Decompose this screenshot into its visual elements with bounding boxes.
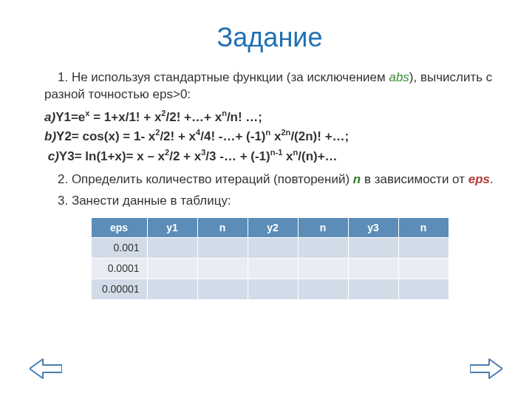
cell-n2 xyxy=(298,259,348,279)
cell-y2 xyxy=(248,279,298,300)
next-button[interactable] xyxy=(470,358,502,380)
cell-y1 xyxy=(147,259,197,279)
cell-eps: 0.00001 xyxy=(91,279,147,300)
th-eps: eps xyxy=(91,217,147,238)
formula-c: c)Y3= ln(1+x)= x – x2/2 + x3/3 -… + (-1)… xyxy=(44,147,495,166)
formula-a-body: Y1=ex = 1+x/1! + x2/2! +…+ xn/n! …; xyxy=(55,110,262,124)
cell-n3 xyxy=(398,259,449,279)
cell-eps: 0.0001 xyxy=(91,259,147,279)
arrow-right-icon xyxy=(470,358,502,380)
arrow-left-icon xyxy=(30,358,62,380)
th-y1: y1 xyxy=(147,217,197,238)
cell-n1 xyxy=(197,259,248,279)
cell-y2 xyxy=(248,259,298,279)
formula-a: a)Y1=ex = 1+x/1! + x2/2! +…+ xn/n! …; xyxy=(44,108,495,126)
table-body: 0.0010.00010.00001 xyxy=(91,238,449,300)
table-row: 0.00001 xyxy=(91,279,449,300)
abs-token: abs xyxy=(389,70,409,84)
th-y2: y2 xyxy=(248,217,298,238)
cell-y3 xyxy=(348,259,398,279)
cell-y3 xyxy=(348,279,398,300)
task2-b: в зависимости от xyxy=(361,172,468,186)
th-y3: y3 xyxy=(348,217,398,238)
formula-b-body: Y2= cos(x) = 1- x2/2! + x4/4! -…+ (-1)n … xyxy=(56,129,349,143)
data-table: eps y1 n y2 n y3 n 0.0010.00010.00001 xyxy=(91,217,449,301)
cell-y1 xyxy=(147,279,197,300)
eps-token: eps xyxy=(468,172,490,186)
task1-text: 1. Не используя стандартные функции (за … xyxy=(44,69,495,103)
cell-y2 xyxy=(248,238,298,259)
table-row: 0.001 xyxy=(91,238,449,259)
th-n3: n xyxy=(398,217,449,238)
prev-button[interactable] xyxy=(30,358,62,380)
slide: Задание 1. Не используя стандартные функ… xyxy=(0,0,532,399)
cell-n2 xyxy=(298,279,348,300)
cell-n3 xyxy=(398,238,449,259)
cell-n1 xyxy=(197,238,248,259)
task2-a: 2. Определить количество итераций (повто… xyxy=(58,172,353,186)
th-n1: n xyxy=(197,217,248,238)
cell-n3 xyxy=(398,279,449,300)
cell-n1 xyxy=(197,279,248,300)
formula-b: b)Y2= cos(x) = 1- x2/2! + x4/4! -…+ (-1)… xyxy=(44,127,495,146)
slide-title: Задание xyxy=(44,22,495,53)
cell-y1 xyxy=(147,238,197,259)
formula-c-body: Y3= ln(1+x)= x – x2/2 + x3/3 -… + (-1)n-… xyxy=(59,149,338,163)
table-row: 0.0001 xyxy=(91,259,449,279)
formula-a-label: a) xyxy=(44,110,55,124)
task3-text: 3. Занести данные в таблицу: xyxy=(44,193,495,210)
task2-c: . xyxy=(490,172,494,186)
task2-text: 2. Определить количество итераций (повто… xyxy=(44,171,495,188)
th-n2: n xyxy=(298,217,348,238)
table-header-row: eps y1 n y2 n y3 n xyxy=(91,217,449,238)
task1-part-a: 1. Не используя стандартные функции (за … xyxy=(58,70,389,84)
cell-n2 xyxy=(298,238,348,259)
slide-body: 1. Не используя стандартные функции (за … xyxy=(44,69,495,300)
formula-b-label: b) xyxy=(44,129,56,143)
formula-c-label: c) xyxy=(48,149,59,163)
cell-y3 xyxy=(348,238,398,259)
cell-eps: 0.001 xyxy=(91,238,147,259)
n-token: n xyxy=(353,172,361,186)
